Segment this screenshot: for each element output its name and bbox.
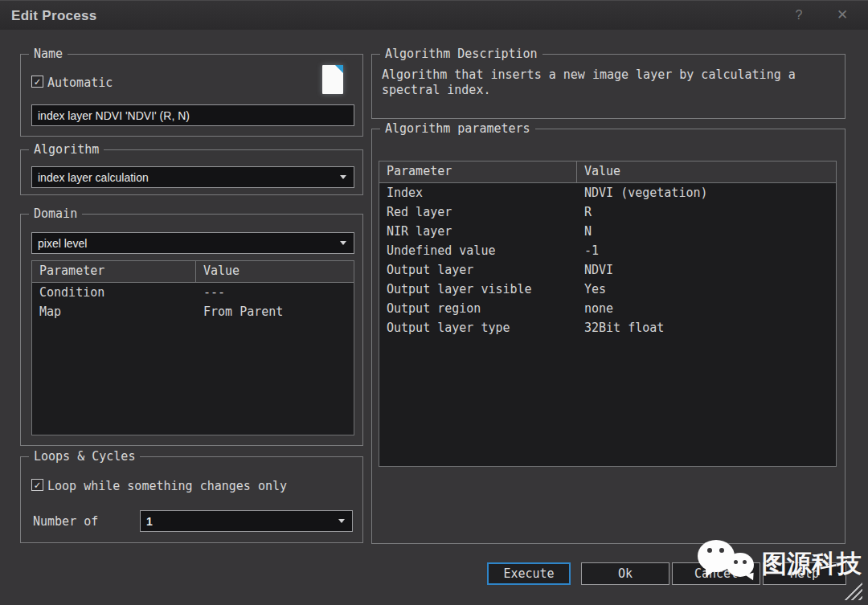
algorithm-dropdown[interactable]: index layer calculation [31, 166, 354, 188]
algorithm-dropdown-value: index layer calculation [32, 171, 340, 184]
column-header[interactable]: Value [577, 161, 836, 182]
title-bar[interactable]: Edit Process ? ✕ [0, 0, 868, 30]
name-group: Name ✓ Automatic [20, 54, 363, 137]
table-row[interactable]: MapFrom Parent [32, 302, 354, 321]
table-row[interactable]: Undefined value-1 [379, 241, 836, 260]
domain-dropdown-value: pixel level [32, 237, 340, 250]
parameters-group-label: Algorithm parameters [380, 121, 535, 136]
watermark-text: 图源科技 [762, 547, 862, 581]
table-cell: R [577, 202, 836, 222]
parameters-table-header: Parameter Value [379, 161, 836, 183]
column-header[interactable]: Parameter [32, 261, 196, 282]
table-cell: Yes [577, 280, 836, 299]
table-cell: --- [196, 283, 354, 302]
column-header[interactable]: Value [196, 261, 354, 282]
table-cell: Map [32, 302, 196, 321]
close-icon[interactable]: ✕ [833, 6, 852, 24]
domain-table-body: Condition---MapFrom Parent [32, 283, 354, 321]
table-row[interactable]: Red layerR [379, 202, 836, 222]
name-group-label: Name [29, 47, 68, 61]
table-cell: NDVI [577, 260, 836, 280]
table-cell: 32Bit float [577, 318, 836, 337]
table-row[interactable]: Output regionnone [379, 299, 836, 318]
table-row[interactable]: Output layerNDVI [379, 260, 836, 280]
automatic-checkbox[interactable]: ✓ [31, 76, 43, 88]
algorithm-group: Algorithm index layer calculation [20, 149, 363, 195]
table-cell: none [577, 299, 836, 318]
parameters-table-body: IndexNDVI (vegetation)Red layerRNIR laye… [379, 183, 836, 337]
number-of-value: 1 [141, 515, 338, 528]
table-cell: From Parent [196, 302, 354, 321]
chevron-down-icon [340, 175, 346, 179]
column-header[interactable]: Parameter [379, 161, 577, 182]
wechat-icon [696, 540, 762, 585]
algorithm-description-text: Algorithm that inserts a new image layer… [382, 67, 837, 98]
table-row[interactable]: Output layer visibleYes [379, 280, 836, 299]
domain-dropdown[interactable]: pixel level [31, 232, 354, 254]
document-icon[interactable] [322, 65, 343, 94]
chevron-down-icon [338, 519, 345, 523]
help-icon[interactable]: ? [789, 6, 809, 24]
table-cell: Condition [32, 283, 196, 302]
domain-table-header: Parameter Value [32, 261, 354, 283]
domain-group-label: Domain [29, 206, 82, 221]
table-row[interactable]: NIR layerN [379, 222, 836, 241]
edit-process-dialog: Edit Process ? ✕ Name ✓ Automatic Algori… [0, 0, 868, 605]
table-cell: NDVI (vegetation) [577, 183, 836, 202]
loops-group-label: Loops & Cycles [29, 449, 140, 464]
execute-button[interactable]: Execute [487, 562, 571, 585]
domain-table: Parameter Value Condition---MapFrom Pare… [31, 260, 354, 435]
number-of-label: Number of [33, 514, 98, 529]
parameters-table: Parameter Value IndexNDVI (vegetation)Re… [379, 161, 837, 467]
document-fold-icon [335, 65, 343, 73]
table-cell: Output layer [379, 260, 577, 280]
parameters-group: Algorithm parameters Parameter Value Ind… [371, 129, 845, 544]
description-group: Algorithm Description Algorithm that ins… [371, 54, 845, 119]
check-icon: ✓ [35, 76, 41, 88]
description-group-label: Algorithm Description [380, 47, 542, 61]
chevron-down-icon [340, 241, 346, 245]
table-row[interactable]: Condition--- [32, 283, 354, 302]
table-cell: N [577, 222, 836, 241]
table-cell: Index [379, 183, 577, 202]
table-row[interactable]: IndexNDVI (vegetation) [379, 183, 836, 202]
table-cell: Output layer type [379, 318, 577, 337]
table-cell: Red layer [379, 202, 577, 222]
dialog-title: Edit Process [11, 8, 97, 24]
algorithm-group-label: Algorithm [29, 142, 104, 157]
table-cell: NIR layer [379, 222, 577, 241]
loop-checkbox[interactable]: ✓ [31, 479, 43, 491]
table-cell: Output layer visible [379, 280, 577, 299]
process-name-input[interactable] [31, 104, 354, 126]
table-cell: -1 [577, 241, 836, 260]
table-cell: Undefined value [379, 241, 577, 260]
domain-group: Domain pixel level Parameter Value Condi… [20, 214, 363, 446]
table-cell: Output region [379, 299, 577, 318]
check-icon: ✓ [35, 479, 41, 491]
loops-group: Loops & Cycles ✓ Loop while something ch… [20, 456, 363, 543]
resize-grip[interactable] [841, 583, 862, 600]
ok-button[interactable]: Ok [581, 562, 669, 585]
loop-label: Loop while something changes only [47, 479, 287, 493]
table-row[interactable]: Output layer type32Bit float [379, 318, 836, 337]
number-of-dropdown[interactable]: 1 [140, 510, 353, 532]
automatic-label: Automatic [47, 76, 113, 90]
